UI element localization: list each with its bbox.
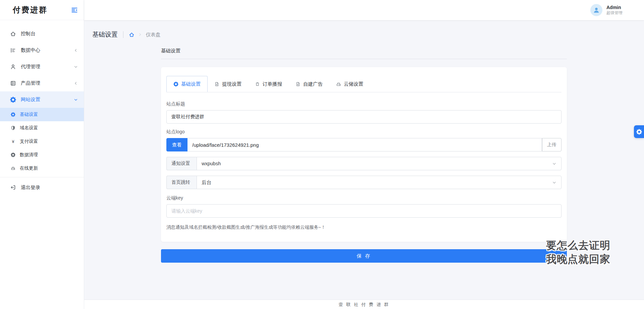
sidebar: 付费进群 控制台 (0, 0, 84, 309)
sidebar-item-logout[interactable]: 退出登录 (0, 180, 84, 195)
document-icon (296, 82, 301, 87)
sidebar-item-label: 网站设置 (21, 96, 74, 103)
yen-icon: ¥ (11, 139, 15, 144)
gear-icon (11, 112, 15, 117)
site-logo-input[interactable] (187, 138, 542, 151)
sidebar-header: 付费进群 (0, 0, 84, 20)
sidebar-subitem-label: 域名设置 (20, 125, 38, 131)
tab-label: 基础设置 (181, 81, 201, 87)
chart-icon (10, 47, 16, 53)
gear-icon (11, 152, 15, 157)
home-jump-label: 首页跳转 (166, 176, 197, 189)
chevron-down-icon (552, 180, 556, 185)
app-logo: 付费进群 (13, 5, 48, 15)
topbar: Admin 超级管理 (84, 0, 644, 20)
site-title-input[interactable] (166, 110, 561, 124)
sidebar-divider (0, 177, 84, 177)
home-icon[interactable] (129, 32, 135, 38)
collapse-menu-icon[interactable] (71, 7, 78, 13)
settings-card: 基础设置 提现设置 (161, 67, 567, 242)
tab-withdraw-settings[interactable]: 提现设置 (208, 76, 248, 92)
home-jump-select[interactable]: 后台 (197, 176, 561, 189)
avatar (590, 4, 602, 16)
sidebar-item-product[interactable]: 产品管理 (0, 75, 84, 91)
chevron-down-icon (552, 162, 556, 166)
broadcast-icon (255, 82, 260, 87)
home-icon (10, 31, 16, 37)
gear-icon (173, 82, 178, 87)
sidebar-item-label: 代理管理 (21, 63, 74, 70)
tab-basic-settings[interactable]: 基础设置 (166, 76, 208, 92)
chevron-down-icon (74, 65, 78, 69)
content-area: 基础设置 ﹥ 仪表盘 基础设置 (84, 20, 644, 300)
chevron-left-icon (74, 48, 78, 52)
tab-order-broadcast[interactable]: 订单播报 (248, 76, 289, 92)
notify-setting-value: wxpubsh (202, 161, 221, 166)
tab-label: 提现设置 (222, 81, 241, 87)
chevron-down-icon (74, 98, 78, 102)
save-button[interactable]: 保 存 (161, 249, 567, 263)
sidebar-subitem-label: 支付设置 (20, 138, 38, 144)
app-root: 付费进群 控制台 (0, 0, 644, 309)
tab-cloud-storage[interactable]: 云储设置 (329, 76, 370, 92)
upload-button[interactable]: 上传 (542, 138, 561, 151)
cloud-service-hint: 消息通知及域名拦截检测/收款截图生成/推广海报生成等功能均依赖云端服务~！ (166, 224, 561, 230)
user-name: Admin (606, 5, 623, 11)
site-logo-label: 站点logo (166, 129, 561, 135)
tab-label: 订单播报 (263, 81, 282, 87)
sidebar-item-website-settings[interactable]: 网站设置 (0, 91, 84, 108)
shield-icon (11, 126, 15, 130)
sidebar-subitem-online-update[interactable]: 在线更新 (0, 162, 84, 175)
sidebar-item-label: 退出登录 (21, 184, 78, 191)
site-title-label: 站点标题 (166, 101, 561, 107)
sidebar-subitem-payment-settings[interactable]: ¥ 支付设置 (0, 135, 84, 148)
site-logo-input-group: 查看 上传 (166, 138, 561, 151)
notify-setting-label: 通知设置 (166, 157, 197, 170)
chevron-right-icon: ﹥ (138, 32, 143, 38)
page-title: 基础设置 (92, 30, 118, 39)
tabs-bar: 基础设置 提现设置 (166, 76, 561, 92)
sidebar-item-data-center[interactable]: 数据中心 (0, 42, 84, 58)
notify-setting-select[interactable]: wxpubsh (197, 157, 561, 170)
sidebar-subitem-label: 数据清理 (20, 152, 38, 158)
page-body: 基础设置 基础设置 (161, 48, 567, 263)
tab-label: 云储设置 (344, 81, 363, 87)
sidebar-item-console[interactable]: 控制台 (0, 26, 84, 42)
drive-icon (336, 82, 341, 87)
home-jump-row: 首页跳转 后台 (166, 176, 561, 189)
sidebar-item-label: 数据中心 (21, 47, 74, 53)
sidebar-subitem-domain-settings[interactable]: 域名设置 (0, 121, 84, 135)
sidebar-item-label: 控制台 (21, 31, 78, 37)
settings-form: 站点标题 站点logo 查看 上传 通知设置 wxpubsh (166, 92, 561, 230)
drive-icon (11, 166, 15, 171)
view-logo-button[interactable]: 查看 (166, 138, 187, 151)
section-divider (161, 59, 567, 59)
notify-setting-row: 通知设置 wxpubsh (166, 157, 561, 170)
floating-settings-button[interactable] (634, 125, 644, 138)
gear-icon (10, 97, 16, 103)
cloud-key-label: 云端key (166, 195, 561, 201)
footer: 壹 联 社 付 费 进 群 (84, 300, 644, 309)
list-icon (10, 80, 16, 86)
sidebar-menu: 控制台 数据中心 代理管理 (0, 20, 84, 195)
tab-self-ads[interactable]: 自建广告 (289, 76, 329, 92)
user-menu[interactable]: Admin 超级管理 (590, 4, 623, 16)
footer-text: 壹 联 社 付 费 进 群 (339, 302, 390, 308)
breadcrumb-current[interactable]: 仪表盘 (146, 32, 161, 38)
cloud-key-input[interactable] (166, 204, 561, 218)
tab-label: 自建广告 (303, 81, 323, 87)
user-role: 超级管理 (606, 10, 623, 15)
sidebar-item-label: 产品管理 (21, 80, 74, 86)
breadcrumb: 基础设置 ﹥ 仪表盘 (84, 20, 644, 39)
home-jump-value: 后台 (202, 179, 211, 186)
sidebar-item-agent[interactable]: 代理管理 (0, 58, 84, 75)
breadcrumb-divider (123, 31, 123, 38)
user-icon (10, 64, 16, 70)
sidebar-subitem-label: 基础设置 (20, 112, 38, 118)
logout-icon (10, 184, 16, 190)
main-column: Admin 超级管理 基础设置 ﹥ 仪表盘 基础设置 (84, 0, 644, 309)
sidebar-subitem-data-cleanup[interactable]: 数据清理 (0, 148, 84, 162)
chevron-left-icon (74, 81, 78, 85)
document-icon (214, 82, 219, 87)
sidebar-subitem-basic-settings[interactable]: 基础设置 (0, 108, 84, 121)
